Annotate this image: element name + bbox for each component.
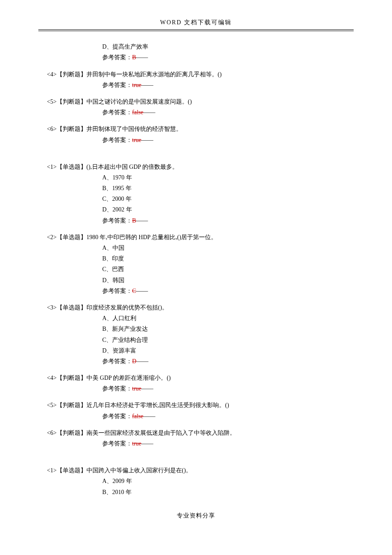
question-text: <4>【判断题】中美 GDP 的差距在逐渐缩小。() [47,373,345,383]
dash: —— [141,82,153,88]
option-a: A、2009 年 [102,476,345,486]
header-rule-top [38,29,354,30]
answer-line: 参考答案：true—— [102,80,345,90]
s2-q5: <5>【判断题】近几年日本经济处于零增长,国民生活受到很大影响。() 参考答案：… [47,400,345,421]
question-text: <1>【单选题】中国跨入中等偏上收入国家行列是在()。 [47,465,345,476]
answer-line: 参考答案：true—— [102,383,345,394]
answer-label: 参考答案： [102,413,132,419]
option-d: D、资源丰富 [102,345,345,356]
dash: —— [136,288,148,294]
answer-value: D [132,358,136,364]
option-d: D、韩国 [102,275,345,286]
dash: —— [141,137,153,143]
s3-q1: <1>【单选题】中国跨入中等偏上收入国家行列是在()。 A、2009 年 B、2… [47,465,345,497]
answer-value: C [132,288,136,294]
dash: —— [136,358,148,364]
option-a: A、中国 [102,243,345,253]
answer-value: true [132,385,141,392]
dash: —— [136,217,148,224]
s1-q5: <5>【判断题】中国之谜讨论的是中国发展速度问题。() 参考答案：false—— [47,96,345,118]
s2-q4: <4>【判断题】中美 GDP 的差距在逐渐缩小。() 参考答案：true—— [47,373,345,394]
s2-q2: <2>【单选题】1980 年,中印巴韩的 HDP 总量相比,()居于第一位。 A… [47,232,345,296]
section-gap [47,151,345,162]
s2-q6: <6>【判断题】南美一些国家经济发展低迷是由于陷入了中等收入陷阱。 参考答案：t… [47,428,345,449]
content-area: D、提高生产效率 参考答案：B—— <4>【判断题】井田制中每一块私地距离水源地… [38,41,354,497]
answer-label: 参考答案： [102,109,132,116]
option-b: B、新兴产业发达 [102,324,345,334]
answer-line: 参考答案：false—— [102,107,345,118]
option-c: C、产业结构合理 [102,335,345,345]
answer-value: false [132,413,143,419]
answer-line: 参考答案：true—— [102,135,345,145]
dash: —— [141,385,153,392]
s2-q3: <3>【单选题】印度经济发展的优势不包括()。 A、人口红利 B、新兴产业发达 … [47,302,345,367]
header-rule-bottom [38,31,354,31]
answer-value: B [132,217,136,224]
answer-value: B [132,54,136,61]
answer-label: 参考答案： [102,217,132,224]
option-d: D、2002 年 [102,204,345,215]
question-text: <4>【判断题】井田制中每一块私地距离水源地的距离几乎相等。() [47,69,345,80]
answer-label: 参考答案： [102,385,132,392]
answer-line: 参考答案：B—— [102,52,345,63]
answer-line: 参考答案：C—— [102,286,345,296]
page-footer: 专业资料分享 [38,510,354,521]
dash: —— [143,109,155,116]
s1-q3-partial: D、提高生产效率 参考答案：B—— [47,41,345,63]
option-c: C、巴西 [102,264,345,275]
answer-value: true [132,82,141,88]
answer-label: 参考答案： [102,288,132,294]
option-b: B、1995 年 [102,183,345,194]
answer-label: 参考答案： [102,440,132,447]
s1-q6: <6>【判断题】井田制体现了中国传统的经济智慧。 参考答案：true—— [47,124,345,145]
option-a: A、1970 年 [102,172,345,183]
question-text: <3>【单选题】印度经济发展的优势不包括()。 [47,302,345,313]
answer-line: 参考答案：true—— [102,438,345,449]
question-text: <5>【判断题】近几年日本经济处于零增长,国民生活受到很大影响。() [47,400,345,410]
answer-label: 参考答案： [102,137,132,143]
question-text: <6>【判断题】南美一些国家经济发展低迷是由于陷入了中等收入陷阱。 [47,428,345,438]
page-header: WORD 文档下载可编辑 [38,17,354,28]
answer-line: 参考答案：false—— [102,411,345,422]
answer-value: true [132,137,141,143]
s1-q4: <4>【判断题】井田制中每一块私地距离水源地的距离几乎相等。() 参考答案：tr… [47,69,345,90]
answer-line: 参考答案：B—— [102,215,345,226]
answer-label: 参考答案： [102,54,132,61]
dash: —— [143,413,155,419]
question-text: <5>【判断题】中国之谜讨论的是中国发展速度问题。() [47,96,345,107]
answer-value: true [132,440,141,447]
option-a: A、人口红利 [102,313,345,324]
dash: —— [136,54,148,61]
answer-label: 参考答案： [102,82,132,88]
question-text: <2>【单选题】1980 年,中印巴韩的 HDP 总量相比,()居于第一位。 [47,232,345,243]
question-text: <1>【单选题】(),日本超出中国 GDP 的倍数最多。 [47,162,345,172]
dash: —— [141,440,153,447]
answer-line: 参考答案：D—— [102,356,345,367]
answer-label: 参考答案： [102,358,132,364]
option-b: B、2010 年 [102,487,345,497]
answer-value: false [132,109,143,116]
question-text: <6>【判断题】井田制体现了中国传统的经济智慧。 [47,124,345,134]
s2-q1: <1>【单选题】(),日本超出中国 GDP 的倍数最多。 A、1970 年 B、… [47,162,345,226]
option-c: C、2000 年 [102,194,345,204]
option-b: B、印度 [102,253,345,264]
option-d: D、提高生产效率 [102,41,345,52]
section-gap [47,455,345,465]
